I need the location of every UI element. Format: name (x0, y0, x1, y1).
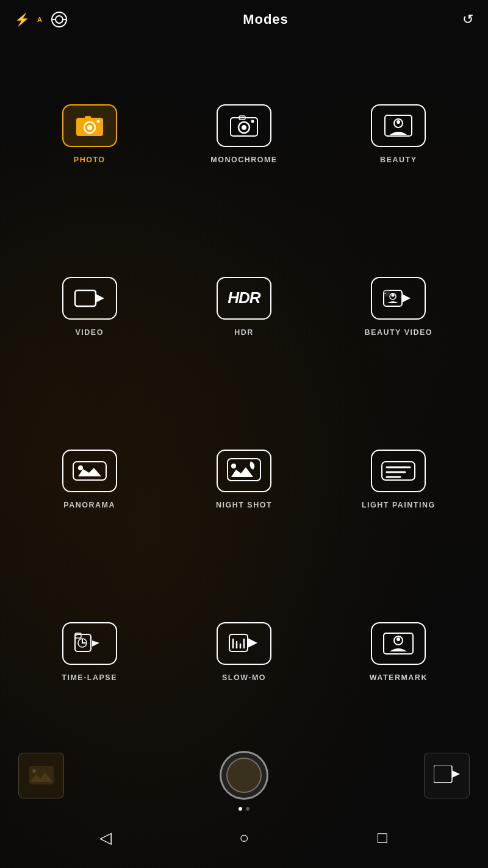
watermark-label: WATERMARK (370, 673, 428, 682)
light-painting-label: LIGHT PAINTING (362, 501, 436, 509)
photo-label: PHOTO (74, 156, 106, 164)
refresh-icon[interactable]: ↺ (462, 12, 473, 27)
mode-night-shot[interactable]: NIGHT SHOT (167, 395, 321, 567)
back-icon: ◁ (99, 828, 112, 847)
mode-slow-mo[interactable]: SLOW-MO (167, 567, 321, 740)
gallery-thumb-icon (29, 766, 54, 784)
light-painting-icon (381, 459, 416, 482)
video-icon-box (62, 277, 117, 320)
shutter-inner (226, 758, 262, 793)
top-bar: ⚡ A Modes ↺ (0, 0, 488, 37)
back-button[interactable]: ◁ (90, 822, 121, 853)
hdr-border: HDR (228, 289, 260, 307)
hdr-label: HDR (234, 328, 254, 337)
photo-icon-box (62, 104, 117, 147)
watermark-icon (382, 631, 414, 656)
svg-rect-25 (73, 462, 106, 480)
recent-button[interactable]: □ (367, 822, 398, 853)
hdr-icon-box: HDR (217, 277, 271, 320)
mode-time-lapse[interactable]: " TIME-LAPSE (12, 567, 167, 740)
slow-mo-label: SLOW-MO (222, 673, 266, 682)
top-bar-right: ↺ (462, 12, 473, 27)
watermark-icon-box (371, 622, 426, 665)
light-painting-icon-box (371, 450, 426, 492)
time-lapse-icon: " (74, 631, 106, 656)
page-dots (239, 807, 249, 811)
svg-marker-49 (452, 770, 460, 778)
mode-photo[interactable]: PHOTO (12, 49, 167, 221)
video-label: VIDEO (75, 328, 103, 337)
dot-1 (239, 807, 242, 811)
top-bar-left: ⚡ A (15, 10, 69, 29)
video-icon (74, 287, 106, 310)
time-lapse-label: TIME-LAPSE (62, 673, 117, 682)
mode-watermark[interactable]: WATERMARK (321, 567, 476, 740)
mode-beauty[interactable]: BEAUTY (321, 49, 476, 221)
svg-rect-17 (75, 290, 96, 306)
slow-mo-icon-box (217, 622, 271, 665)
page-title: Modes (69, 12, 462, 27)
hdr-text: HDR (228, 289, 260, 307)
svg-point-16 (396, 120, 400, 124)
video-mode-thumb[interactable] (424, 753, 470, 798)
bottom-navigation: ◁ ○ □ (0, 813, 488, 862)
night-shot-label: NIGHT SHOT (216, 501, 272, 509)
svg-point-6 (87, 125, 92, 130)
svg-marker-42 (248, 638, 257, 648)
home-icon: ○ (239, 828, 249, 847)
beauty-label: BEAUTY (380, 156, 417, 164)
night-shot-icon (226, 456, 262, 486)
time-lapse-icon-box: " (62, 622, 117, 665)
mode-beauty-video[interactable]: " BEAUTY VIDEO (321, 221, 476, 394)
panorama-icon (72, 459, 107, 482)
svg-point-26 (78, 465, 83, 470)
svg-rect-7 (85, 116, 91, 120)
svg-rect-48 (434, 766, 452, 783)
recent-icon: □ (378, 828, 387, 847)
beauty-video-icon-box: " (371, 277, 426, 320)
beauty-video-icon: " (382, 287, 414, 310)
monochrome-label: MONOCHROME (210, 156, 277, 164)
mode-light-painting[interactable]: LIGHT PAINTING (321, 395, 476, 567)
bottom-nav-area: ◁ ○ □ (0, 746, 488, 868)
svg-point-28 (231, 464, 236, 468)
modes-grid: PHOTO MONOCHROME (0, 37, 488, 746)
svg-point-13 (251, 120, 254, 123)
mode-monochrome[interactable]: MONOCHROME (167, 49, 321, 221)
flash-icon[interactable]: ⚡ (15, 12, 30, 27)
beauty-icon (384, 114, 413, 137)
svg-point-22 (392, 293, 395, 296)
photo-icon (75, 114, 104, 137)
dot-2 (246, 807, 249, 811)
shutter-button[interactable] (220, 751, 268, 800)
svg-text:": " (384, 292, 386, 296)
svg-rect-37 (229, 634, 248, 651)
panorama-label: PANORAMA (63, 501, 115, 509)
home-button[interactable]: ○ (229, 822, 259, 853)
panorama-icon-box (62, 450, 117, 492)
video-thumb-icon (434, 766, 461, 785)
svg-point-1 (56, 16, 63, 23)
svg-text:": " (76, 634, 77, 638)
night-shot-icon-box (217, 450, 271, 492)
slow-mo-icon (228, 631, 260, 656)
svg-marker-18 (96, 294, 104, 303)
beauty-video-label: BEAUTY VIDEO (365, 328, 433, 337)
svg-point-47 (32, 769, 36, 773)
svg-marker-20 (402, 294, 411, 303)
svg-point-45 (396, 637, 400, 641)
beauty-icon-box (371, 104, 426, 147)
mode-panorama[interactable]: PANORAMA (12, 395, 167, 567)
mode-hdr[interactable]: HDR HDR (167, 221, 321, 394)
svg-point-11 (242, 125, 246, 130)
gallery-thumb[interactable] (18, 753, 64, 798)
mode-video[interactable]: VIDEO (12, 221, 167, 394)
svg-point-8 (96, 120, 99, 123)
monochrome-icon (229, 114, 259, 137)
monochrome-icon-box (217, 104, 271, 147)
bottom-thumbnails (0, 746, 488, 805)
auto-badge: A (37, 16, 42, 23)
lens-icon[interactable] (49, 10, 69, 29)
